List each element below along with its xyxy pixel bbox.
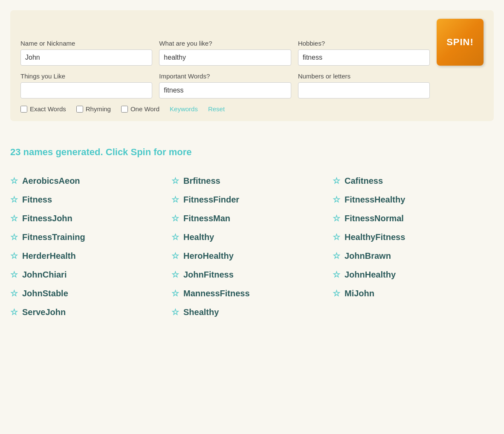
name-text: HealthyFitness (345, 232, 405, 242)
exact-words-label: Exact Words (30, 105, 66, 113)
one-word-checkbox-label[interactable]: One Word (121, 105, 159, 113)
star-icon[interactable]: ☆ (333, 288, 340, 298)
rhyming-checkbox[interactable] (76, 106, 83, 113)
list-item: ☆JohnBrawn (333, 246, 494, 265)
hobbies-input[interactable] (298, 49, 430, 66)
field4-group: Things you Like (20, 72, 152, 98)
name-text: HeroHealthy (183, 251, 234, 261)
name-input[interactable] (20, 49, 152, 66)
one-word-checkbox[interactable] (121, 106, 128, 113)
star-icon[interactable]: ☆ (171, 288, 179, 298)
list-item: ☆ServeJohn (10, 303, 171, 321)
list-item: ☆FitnessHealthy (333, 190, 494, 209)
form-panel: Name or Nickname What are you like? Hobb… (10, 10, 494, 121)
field6-label: Numbers or letters (298, 72, 430, 80)
list-item: ☆Cafitness (333, 171, 494, 190)
results-section: 23 names generated. Click Spin for more … (10, 147, 494, 321)
results-count: 23 names generated. Click Spin for more (10, 147, 494, 158)
name-text: FitnessMan (183, 214, 230, 223)
important-words-input[interactable] (159, 82, 291, 98)
star-icon[interactable]: ☆ (10, 307, 18, 317)
name-text: FitnessNormal (345, 214, 404, 223)
star-icon[interactable]: ☆ (333, 194, 340, 205)
name-text: JohnFitness (183, 270, 234, 280)
list-item: ☆FitnessMan (171, 209, 333, 228)
name-text: JohnStable (22, 289, 68, 298)
star-icon[interactable]: ☆ (171, 232, 179, 242)
list-item: ☆MiJohn (333, 284, 494, 303)
name-text: ServeJohn (22, 307, 66, 317)
keywords-button[interactable]: Keywords (170, 105, 198, 113)
field3-group: Hobbies? (298, 40, 430, 66)
list-item: ☆Shealthy (171, 303, 333, 321)
star-icon[interactable]: ☆ (10, 288, 18, 298)
star-icon[interactable]: ☆ (10, 269, 18, 280)
field6-group: Numbers or letters (298, 72, 430, 98)
reset-button[interactable]: Reset (208, 105, 225, 113)
star-icon[interactable]: ☆ (10, 194, 18, 205)
list-item: ☆HealthyFitness (333, 228, 494, 246)
list-item: ☆FitnessJohn (10, 209, 171, 228)
name-text: FitnessJohn (22, 214, 72, 223)
star-icon[interactable]: ☆ (171, 213, 179, 223)
name-text: MiJohn (345, 289, 374, 298)
field4-label: Things you Like (20, 72, 152, 80)
star-icon[interactable]: ☆ (10, 213, 18, 223)
name-text: FitnessHealthy (345, 195, 405, 205)
star-icon[interactable]: ☆ (333, 251, 340, 261)
name-text: MannessFitness (183, 289, 250, 298)
list-item: ☆Brfitness (171, 171, 333, 190)
star-icon[interactable]: ☆ (171, 269, 179, 280)
field1-group: Name or Nickname (20, 40, 152, 66)
field2-group: What are you like? (159, 40, 291, 66)
star-icon[interactable]: ☆ (333, 232, 340, 242)
spin-button[interactable]: SPIN! (437, 19, 484, 66)
star-icon[interactable]: ☆ (171, 176, 179, 186)
list-item: ☆HerderHealth (10, 246, 171, 265)
star-icon[interactable]: ☆ (10, 176, 18, 186)
list-item: ☆FitnessTraining (10, 228, 171, 246)
field2-label: What are you like? (159, 40, 291, 47)
list-item: ☆JohnFitness (171, 265, 333, 284)
name-text: FitnessFinder (183, 195, 239, 205)
list-item: ☆AerobicsAeon (10, 171, 171, 190)
numbers-input[interactable] (298, 82, 430, 98)
list-item: ☆JohnStable (10, 284, 171, 303)
form-row-2: Things you Like Important Words? Numbers… (20, 72, 484, 98)
star-icon[interactable]: ☆ (333, 213, 340, 223)
star-icon[interactable]: ☆ (171, 251, 179, 261)
name-text: JohnBrawn (345, 251, 391, 261)
name-text: FitnessTraining (22, 232, 85, 242)
list-item: ☆MannessFitness (171, 284, 333, 303)
list-item: ☆FitnessFinder (171, 190, 333, 209)
exact-words-checkbox-label[interactable]: Exact Words (20, 105, 66, 113)
name-text: JohnHealthy (345, 270, 396, 280)
name-text: Cafitness (345, 176, 383, 186)
star-icon[interactable]: ☆ (10, 251, 18, 261)
name-text: Shealthy (183, 307, 219, 317)
name-text: AerobicsAeon (22, 176, 80, 186)
star-icon[interactable]: ☆ (171, 194, 179, 205)
name-text: Healthy (183, 232, 214, 242)
star-icon[interactable]: ☆ (10, 232, 18, 242)
rhyming-label: Rhyming (86, 105, 111, 113)
star-icon[interactable]: ☆ (333, 176, 340, 186)
star-icon[interactable]: ☆ (333, 269, 340, 280)
field1-label: Name or Nickname (20, 40, 152, 47)
list-item: ☆JohnChiari (10, 265, 171, 284)
options-row: Exact Words Rhyming One Word Keywords Re… (20, 105, 484, 113)
name-text: JohnChiari (22, 270, 67, 280)
field5-label: Important Words? (159, 72, 291, 80)
things-input[interactable] (20, 82, 152, 98)
field5-group: Important Words? (159, 72, 291, 98)
like-input[interactable] (159, 49, 291, 66)
field3-label: Hobbies? (298, 40, 430, 47)
exact-words-checkbox[interactable] (20, 106, 27, 113)
list-item: ☆FitnessNormal (333, 209, 494, 228)
name-text: HerderHealth (22, 251, 76, 261)
one-word-label: One Word (130, 105, 159, 113)
rhyming-checkbox-label[interactable]: Rhyming (76, 105, 111, 113)
star-icon[interactable]: ☆ (171, 307, 179, 317)
form-row-1: Name or Nickname What are you like? Hobb… (20, 19, 484, 66)
names-grid: ☆AerobicsAeon☆Brfitness☆Cafitness☆Fitnes… (10, 171, 494, 321)
